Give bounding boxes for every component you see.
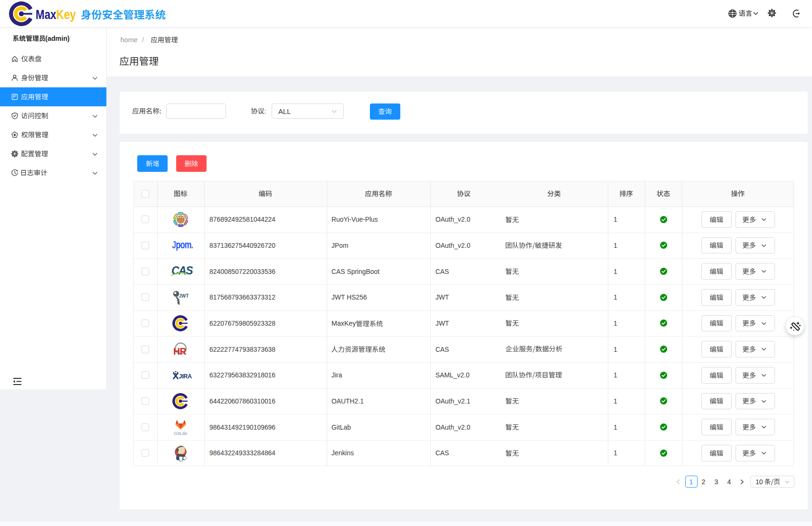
- svg-text:JWT: JWT: [179, 293, 189, 299]
- svg-text:HR: HR: [173, 346, 187, 357]
- svg-text:JIRA: JIRA: [179, 373, 192, 379]
